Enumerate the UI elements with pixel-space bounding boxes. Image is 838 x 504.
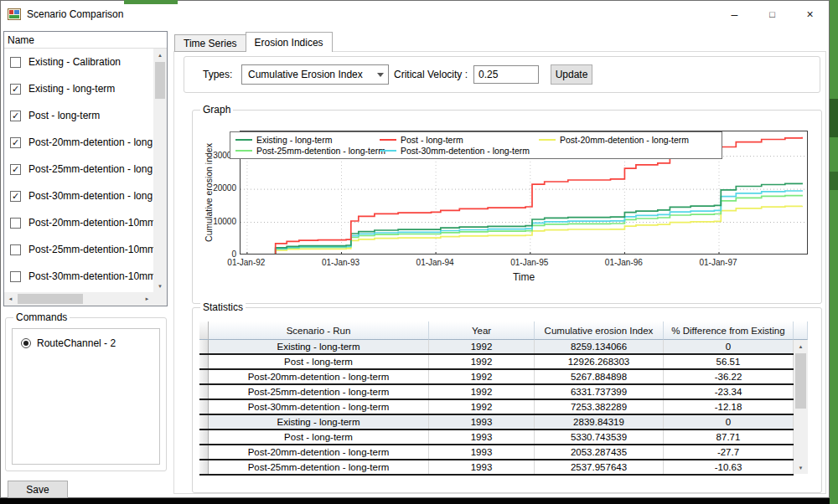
column-header[interactable]: % Difference from Existing: [664, 321, 794, 340]
table-row[interactable]: Post-20mm-detention - long-term19925267.…: [199, 370, 794, 385]
scenario-list-item[interactable]: ✓Post-25mm-detention - long: [4, 156, 153, 183]
scrollbar-thumb[interactable]: [155, 62, 165, 99]
table-cell: 1992: [429, 355, 535, 368]
legend-label: Post-30mm-detention - long-term: [401, 146, 530, 156]
list-column-header-name[interactable]: Name: [4, 32, 167, 49]
row-header-cell: [199, 460, 209, 474]
list-vertical-scrollbar[interactable]: ▲ ▼: [153, 49, 167, 292]
checkbox[interactable]: [10, 218, 21, 229]
header-filler: [794, 321, 808, 340]
table-cell: 8259.134066: [535, 340, 664, 353]
checkbox[interactable]: [10, 244, 21, 255]
table-row[interactable]: Post - long-term199212926.26830356.51: [199, 355, 794, 370]
scroll-down-icon[interactable]: ▼: [794, 461, 808, 474]
table-cell: 1993: [429, 460, 535, 474]
table-cell: 87.71: [664, 430, 794, 444]
column-header[interactable]: Scenario - Run: [209, 321, 429, 340]
critical-velocity-label: Critical Velocity :: [394, 69, 468, 80]
command-option[interactable]: RouteChannel - 2: [21, 337, 159, 349]
table-row[interactable]: Post-20mm-detention - long-term19932053.…: [199, 445, 794, 460]
scrollbar-thumb[interactable]: [18, 294, 83, 304]
scroll-up-icon[interactable]: ▲: [794, 340, 808, 352]
legend-label: Post - long-term: [401, 135, 463, 145]
row-header-cell: [199, 355, 209, 368]
minimize-button[interactable]: –: [716, 1, 753, 27]
row-header-cell: [199, 385, 209, 399]
table-row[interactable]: Post - long-term19935330.74353987.71: [199, 430, 794, 445]
desktop-background: [124, 0, 178, 4]
checkbox[interactable]: ✓: [10, 164, 21, 175]
commands-panel: RouteChannel - 2: [12, 328, 160, 465]
scenario-list-item[interactable]: Post-20mm-detention-10mm: [4, 209, 153, 236]
update-button[interactable]: Update: [551, 64, 592, 85]
table-cell: 1993: [429, 430, 535, 444]
x-tick-label: 01-Jan-93: [312, 258, 370, 267]
tab-erosion-indices[interactable]: Erosion Indices: [246, 32, 333, 52]
types-label: Types:: [203, 69, 232, 80]
maximize-icon: □: [769, 9, 775, 19]
table-vertical-scrollbar[interactable]: ▲ ▼: [794, 340, 808, 474]
table-cell: 5267.884898: [535, 370, 664, 383]
scroll-up-icon[interactable]: ▲: [153, 49, 167, 61]
commands-options: RouteChannel - 2: [13, 337, 159, 349]
table-row[interactable]: Post-30mm-detention - long-term19927253.…: [199, 400, 794, 415]
table-cell: Post-20mm-detention - long-term: [209, 370, 429, 383]
y-tick-label: 20000: [196, 183, 236, 193]
save-button[interactable]: Save: [8, 481, 68, 498]
types-dropdown[interactable]: Cumulative Erosion Index: [241, 64, 389, 85]
legend-item: Existing - long-term: [235, 135, 380, 145]
legend-swatch: [380, 139, 396, 141]
table-row[interactable]: Existing - long-term19932839.843190: [199, 415, 794, 430]
column-header[interactable]: Cumulative erosion Index: [535, 321, 664, 340]
scenario-list-item[interactable]: ✓Post - long-term: [4, 102, 153, 129]
scrollbar-thumb[interactable]: [795, 353, 806, 409]
table-cell: Post - long-term: [209, 355, 429, 368]
scroll-down-icon[interactable]: ▼: [153, 280, 167, 292]
scenario-list-item[interactable]: ✓Post-20mm-detention - long: [4, 129, 153, 156]
chevron-down-icon: [373, 73, 388, 77]
commands-groupbox: Commands RouteChannel - 2: [5, 317, 167, 471]
scenario-list-item[interactable]: ✓Existing - long-term: [4, 75, 153, 102]
table-cell: 1992: [429, 370, 535, 383]
table-cell: 12926.268303: [535, 355, 664, 368]
scenario-list-item[interactable]: Post-30mm-detention-10mm: [4, 263, 153, 290]
checkbox[interactable]: ✓: [10, 137, 21, 148]
table-cell: 2537.957643: [535, 460, 664, 474]
scenario-list-item[interactable]: Existing - Calibration: [4, 49, 153, 75]
checkbox[interactable]: ✓: [10, 111, 21, 121]
checkbox[interactable]: [10, 57, 21, 68]
close-button[interactable]: ×: [791, 1, 829, 27]
statistics-label: Statistics: [200, 301, 246, 313]
stats-header-row: Scenario - RunYearCumulative erosion Ind…: [199, 321, 808, 340]
table-cell: Existing - long-term: [209, 340, 429, 353]
legend-item: Post-20mm-detention - long-term: [539, 135, 716, 145]
table-row[interactable]: Existing - long-term19928259.1340660: [199, 340, 794, 355]
tab-time-series[interactable]: Time Series: [174, 34, 246, 52]
taskbar-edge: [0, 498, 830, 504]
list-horizontal-scrollbar[interactable]: ◄ ►: [4, 292, 153, 306]
scenario-name: Existing - Calibration: [28, 56, 121, 68]
stats-table-body: Existing - long-term19928259.1340660Post…: [199, 340, 794, 476]
scenario-name: Post-20mm-detention-10mm: [28, 217, 153, 229]
radio-button[interactable]: [21, 338, 31, 348]
table-cell: -27.7: [664, 445, 794, 459]
checkbox[interactable]: ✓: [10, 84, 21, 95]
scroll-right-icon[interactable]: ►: [141, 292, 153, 306]
maximize-button[interactable]: □: [753, 1, 791, 27]
table-row[interactable]: Post-25mm-detention - long-term19932537.…: [199, 460, 794, 476]
minimize-icon: –: [732, 8, 738, 21]
app-icon-part: [14, 10, 19, 14]
scenario-list-item[interactable]: ✓Post-30mm-detention - long: [4, 183, 153, 209]
title-bar[interactable]: Scenario Comparison – □ ×: [1, 1, 829, 27]
graph-groupbox: Graph Cumulative erosion index Time Exis…: [192, 110, 822, 304]
checkbox[interactable]: ✓: [10, 191, 21, 202]
row-header-cell: [199, 400, 209, 414]
checkbox[interactable]: [10, 271, 21, 282]
scenario-name: Existing - long-term: [28, 83, 115, 95]
critical-velocity-input[interactable]: [473, 65, 539, 84]
scenario-list-item[interactable]: Post-25mm-detention-10mm: [4, 236, 153, 263]
column-header[interactable]: Year: [429, 321, 535, 340]
table-row[interactable]: Post-25mm-detention - long-term19926331.…: [199, 385, 794, 400]
scroll-left-icon[interactable]: ◄: [4, 292, 17, 306]
legend-item: Post-30mm-detention - long-term: [380, 146, 539, 156]
